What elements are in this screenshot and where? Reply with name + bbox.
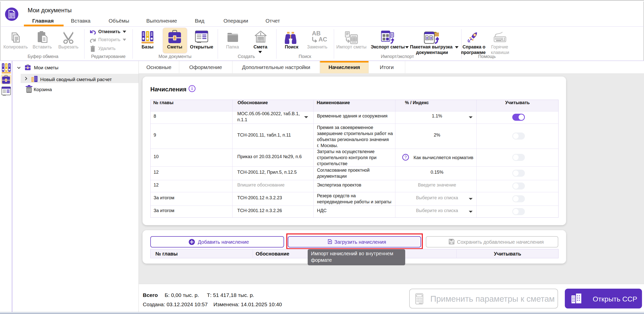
svg-text:?: ? xyxy=(404,155,407,159)
